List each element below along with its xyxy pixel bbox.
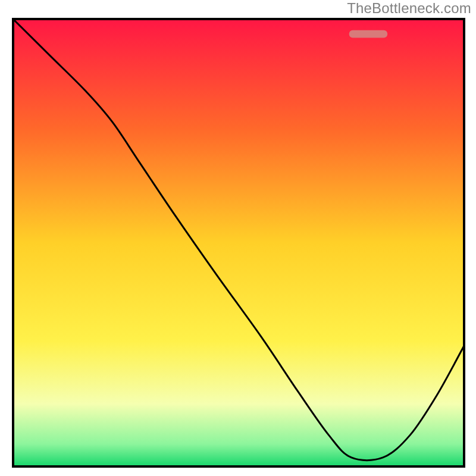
bottleneck-chart <box>0 0 476 476</box>
watermark-text: TheBottleneck.com <box>347 0 471 17</box>
optimal-marker <box>349 30 387 38</box>
